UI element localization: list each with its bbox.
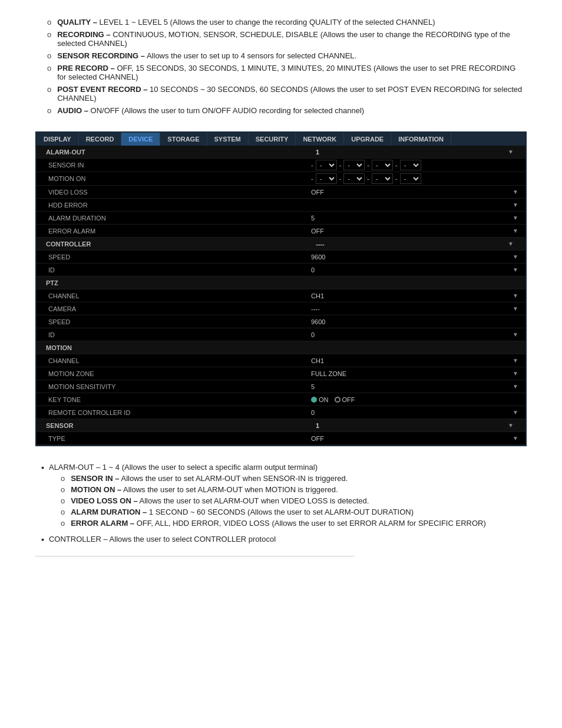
video-loss-arrow[interactable]: ▼ bbox=[513, 189, 522, 195]
row-remote-controller-id: REMOTE CONTROLLER ID 0 ▼ bbox=[37, 406, 525, 419]
tab-security[interactable]: SECURITY bbox=[249, 133, 296, 146]
bullet-recording-text: CONTINUOUS, MOTION, SENSOR, SCHEDULE, DI… bbox=[57, 30, 510, 48]
value-ptz-camera: ---- ▼ bbox=[308, 304, 525, 314]
label-ptz-speed: SPEED bbox=[37, 317, 308, 327]
tab-upgrade[interactable]: UPGRADE bbox=[344, 133, 391, 146]
radio-off-dot bbox=[335, 397, 340, 403]
controller-speed-arrow[interactable]: ▼ bbox=[513, 253, 522, 260]
tab-network[interactable]: NETWORK bbox=[296, 133, 344, 146]
tab-system[interactable]: SYSTEM bbox=[207, 133, 249, 146]
sensor-dash-2: - bbox=[339, 162, 342, 169]
section-motion: MOTION bbox=[37, 341, 525, 354]
ptz-camera-arrow[interactable]: ▼ bbox=[513, 305, 522, 312]
sub-video-loss: VIDEO LOSS ON – Allows the user to set A… bbox=[49, 496, 486, 505]
label-type: TYPE bbox=[37, 434, 308, 443]
label-ptz-camera: CAMERA bbox=[37, 304, 308, 314]
motion-channel-value: CH1 bbox=[311, 357, 324, 364]
value-remote-controller-id: 0 ▼ bbox=[308, 408, 525, 417]
motion-on-select-3[interactable]: - bbox=[372, 173, 393, 184]
sub-video-loss-text: Allows the user to set ALARM-OUT when VI… bbox=[138, 496, 369, 505]
sub-video-loss-label: VIDEO LOSS ON – bbox=[71, 496, 137, 505]
key-tone-on[interactable]: ON bbox=[311, 396, 329, 403]
bullet-post-event: POST EVENT RECORD – 10 SECONDS ~ 30 SECO… bbox=[35, 85, 527, 103]
motion-sensitivity-value: 5 bbox=[311, 383, 315, 390]
label-motion-on: MOTION ON bbox=[37, 174, 308, 183]
radio-on-dot bbox=[311, 397, 317, 403]
alarm-out-sub-list: SENSOR IN – Allows the user to set ALARM… bbox=[49, 474, 486, 528]
label-video-loss: VIDEO LOSS bbox=[37, 187, 308, 197]
value-motion-zone: FULL ZONE ▼ bbox=[308, 369, 525, 378]
motion-dash-3: - bbox=[367, 175, 369, 182]
row-key-tone: KEY TONE ON OFF bbox=[37, 393, 525, 406]
label-controller-id: ID bbox=[37, 265, 308, 275]
sensor-in-select-3[interactable]: - bbox=[372, 160, 393, 170]
type-value: OFF bbox=[311, 435, 324, 442]
sensor-dash-4: - bbox=[395, 162, 398, 169]
value-motion-channel: CH1 ▼ bbox=[308, 356, 525, 365]
bullet-recording-label: RECORDING – bbox=[57, 30, 110, 39]
radio-on-label: ON bbox=[319, 396, 329, 403]
dvr-body: ALARM-OUT 1 ▼ SENSOR IN - - - - - - - - bbox=[37, 146, 525, 445]
row-alarm-duration: ALARM DURATION 5 ▼ bbox=[37, 212, 525, 225]
motion-zone-arrow[interactable]: ▼ bbox=[513, 370, 522, 377]
value-ptz-speed: 9600 bbox=[308, 317, 525, 327]
ptz-id-arrow[interactable]: ▼ bbox=[513, 331, 522, 338]
value-controller-speed: 9600 ▼ bbox=[308, 252, 525, 262]
alarm-out-value: 1 bbox=[316, 149, 319, 156]
label-controller-speed: SPEED bbox=[37, 252, 308, 262]
tab-display[interactable]: DISPLAY bbox=[37, 133, 79, 146]
bullet-post-event-label: POST EVENT RECORD – bbox=[57, 85, 147, 94]
value-type: OFF ▼ bbox=[308, 434, 525, 443]
value-error-alarm: OFF ▼ bbox=[308, 226, 525, 236]
sub-sensor-in-text: Allows the user to set ALARM-OUT when SE… bbox=[120, 474, 348, 483]
sensor-in-select-2[interactable]: - bbox=[343, 160, 365, 170]
controller-arrow[interactable]: ▼ bbox=[508, 241, 517, 247]
controller-id-value: 0 bbox=[311, 266, 315, 274]
motion-channel-arrow[interactable]: ▼ bbox=[513, 357, 522, 364]
sub-error-alarm: ERROR ALARM – OFF, ALL, HDD ERROR, VIDEO… bbox=[49, 519, 486, 528]
motion-on-select-1[interactable]: - bbox=[316, 173, 337, 184]
label-motion-channel: CHANNEL bbox=[37, 356, 308, 365]
motion-section-value bbox=[312, 347, 521, 349]
alarm-out-arrow[interactable]: ▼ bbox=[508, 149, 517, 155]
value-ptz-id: 0 ▼ bbox=[308, 330, 525, 340]
tab-device[interactable]: DEVICE bbox=[121, 133, 160, 146]
row-video-loss: VIDEO LOSS OFF ▼ bbox=[37, 186, 525, 199]
alarm-duration-arrow[interactable]: ▼ bbox=[513, 215, 522, 221]
bullet-quality-text: LEVEL 1 ~ LEVEL 5 (Allows the user to ch… bbox=[97, 18, 435, 27]
key-tone-off[interactable]: OFF bbox=[335, 396, 355, 403]
label-sensor-in: SENSOR IN bbox=[37, 160, 308, 170]
sensor-section-value: 1 ▼ bbox=[312, 421, 521, 430]
ptz-channel-arrow[interactable]: ▼ bbox=[513, 292, 522, 299]
ptz-camera-value: ---- bbox=[311, 305, 320, 312]
section-sensor-label: SENSOR bbox=[41, 421, 312, 430]
section-alarm-out: ALARM-OUT 1 ▼ bbox=[37, 146, 525, 159]
bullet-pre-record-label: PRE RECORD – bbox=[57, 64, 115, 73]
section-controller: CONTROLLER ---- ▼ bbox=[37, 238, 525, 251]
value-controller-id: 0 ▼ bbox=[308, 265, 525, 275]
sensor-in-select-4[interactable]: - bbox=[400, 160, 421, 170]
motion-sensitivity-arrow[interactable]: ▼ bbox=[513, 383, 522, 390]
label-alarm-duration: ALARM DURATION bbox=[37, 213, 308, 223]
tab-information[interactable]: INFORMATION bbox=[391, 133, 451, 146]
sub-sensor-in-label: SENSOR IN – bbox=[71, 474, 119, 483]
sub-error-alarm-text: OFF, ALL, HDD ERROR, VIDEO LOSS (Allows … bbox=[134, 519, 486, 528]
motion-on-select-4[interactable]: - bbox=[400, 173, 421, 184]
hdd-error-arrow[interactable]: ▼ bbox=[513, 202, 522, 208]
motion-on-select-2[interactable]: - bbox=[343, 173, 365, 184]
sub-motion-on-text: Allows the user to set ALARM-OUT when MO… bbox=[121, 485, 338, 494]
error-alarm-arrow[interactable]: ▼ bbox=[513, 228, 522, 234]
tab-storage[interactable]: STORAGE bbox=[160, 133, 207, 146]
row-motion-on: MOTION ON - - - - - - - - bbox=[37, 172, 525, 186]
row-motion-channel: CHANNEL CH1 ▼ bbox=[37, 354, 525, 367]
row-motion-zone: MOTION ZONE FULL ZONE ▼ bbox=[37, 367, 525, 380]
remote-controller-id-arrow[interactable]: ▼ bbox=[513, 409, 522, 416]
label-hdd-error: HDD ERROR bbox=[37, 200, 308, 210]
row-ptz-channel: CHANNEL CH1 ▼ bbox=[37, 289, 525, 302]
row-ptz-camera: CAMERA ---- ▼ bbox=[37, 302, 525, 315]
tab-record[interactable]: RECORD bbox=[79, 133, 122, 146]
sensor-section-arrow[interactable]: ▼ bbox=[508, 422, 517, 429]
controller-id-arrow[interactable]: ▼ bbox=[513, 266, 522, 273]
type-arrow[interactable]: ▼ bbox=[513, 435, 522, 442]
sensor-in-select-1[interactable]: - bbox=[316, 160, 337, 170]
